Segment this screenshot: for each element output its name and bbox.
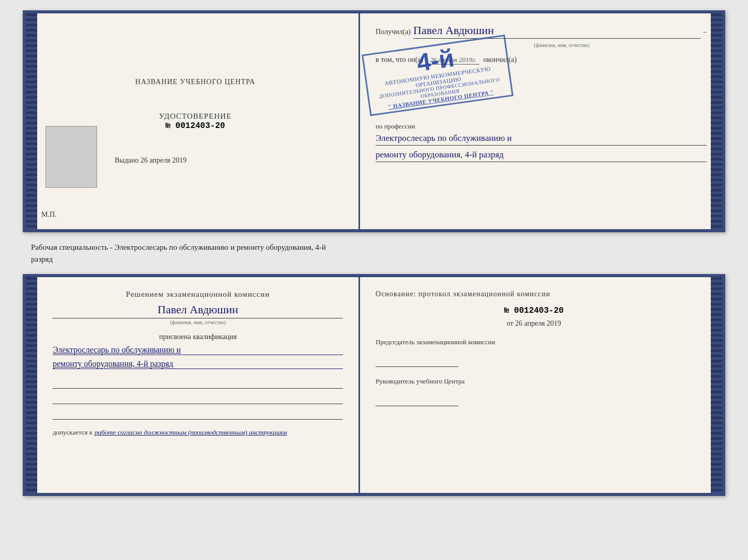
ot-label: от	[507, 319, 513, 327]
resheniem-title: Решением экзаменационной комиссии	[53, 290, 343, 299]
dopuskaetsya-block: допускается к работе согласно должностны…	[53, 427, 343, 437]
dopusk-value: работе согласно должностным (производств…	[95, 428, 287, 436]
blank-line-1	[53, 379, 343, 389]
udostoverenie-number: № 0012403-20	[165, 121, 225, 131]
recipient-name: Павел Авдюшин	[413, 24, 700, 39]
bottom-doc-right: Основание: протокол экзаменационной коми…	[360, 277, 722, 493]
blank-lines	[53, 379, 343, 420]
top-document: НАЗВАНИЕ УЧЕБНОГО ЦЕНТРА УДОСТОВЕРЕНИЕ №…	[23, 10, 725, 232]
predsedatel-sig-line	[376, 354, 458, 367]
bottom-document: Решением экзаменационной комиссии Павел …	[23, 274, 725, 496]
vydano-date: 26 апреля 2019	[141, 156, 186, 164]
poluchil-label: Получил(а)	[376, 28, 411, 36]
kvali-line2: ремонту оборудования, 4-й разряд	[53, 359, 343, 369]
rukovoditel-sig-line	[376, 393, 458, 406]
rukovoditel-label: Руководитель учебного Центра	[376, 377, 692, 386]
predsedatel-block: Председатель экзаменационной комиссии	[376, 338, 692, 367]
bottom-doc-left: Решением экзаменационной комиссии Павел …	[26, 277, 360, 493]
udostoverenie-block: УДОСТОВЕРЕНИЕ № 0012403-20	[159, 112, 232, 131]
rukovoditel-block: Руководитель учебного Центра	[376, 377, 692, 406]
predsedatel-label: Председатель экзаменационной комиссии	[376, 338, 692, 346]
profession-line1: Электрослесарь по обслуживанию и	[376, 133, 707, 146]
blank-line-2	[53, 395, 343, 404]
udostoverenie-label: УДОСТОВЕРЕНИЕ	[159, 112, 232, 121]
mp-label: М.П.	[41, 211, 57, 219]
kvali-line1: Электрослесарь по обслуживанию и	[53, 345, 343, 355]
caption-line1: Рабочая специальность - Электрослесарь п…	[31, 243, 326, 251]
po-professii-block: по профессии Электрослесарь по обслужива…	[376, 121, 707, 162]
caption-line2: разряд	[31, 255, 53, 263]
dash-label: –	[703, 28, 707, 36]
dopusk-label: допускается к	[53, 428, 92, 436]
ot-date: от 26 апреля 2019	[376, 319, 692, 328]
poluchil-row: Получил(а) Павел Авдюшин –	[376, 24, 707, 39]
caption: Рабочая специальность - Электрослесарь п…	[10, 242, 326, 265]
top-doc-right: Получил(а) Павел Авдюшин – (фамилия, имя…	[360, 13, 722, 229]
bottom-fio-sublabel: (фамилия, имя, отчество)	[53, 319, 343, 325]
profession-line2: ремонту оборудования, 4-й разряд	[376, 150, 707, 162]
top-doc-left: НАЗВАНИЕ УЧЕБНОГО ЦЕНТРА УДОСТОВЕРЕНИЕ №…	[26, 13, 360, 229]
blank-line-3	[53, 410, 343, 420]
vydano-label: Выдано	[115, 156, 139, 164]
center-title: НАЗВАНИЕ УЧЕБНОГО ЦЕНТРА	[135, 78, 255, 86]
bottom-recipient-name: Павел Авдюшин	[53, 303, 343, 318]
photo-placeholder	[45, 126, 97, 188]
po-professii-label: по профессии	[376, 122, 415, 130]
ot-date-value: 26 апреля 2019	[515, 319, 561, 327]
protocol-number: № 0012403-20	[376, 306, 692, 315]
osnovanie-title: Основание: протокол экзаменационной коми…	[376, 290, 692, 298]
stamp: 4-й АВТОНОМНУЮ НЕКОММЕРЧЕСКУЮ ОРГАНИЗАЦИ…	[362, 35, 513, 116]
vydano-row: Выдано 26 апреля 2019	[115, 156, 186, 165]
prisvoena-label: присвоена квалификация	[53, 333, 343, 341]
